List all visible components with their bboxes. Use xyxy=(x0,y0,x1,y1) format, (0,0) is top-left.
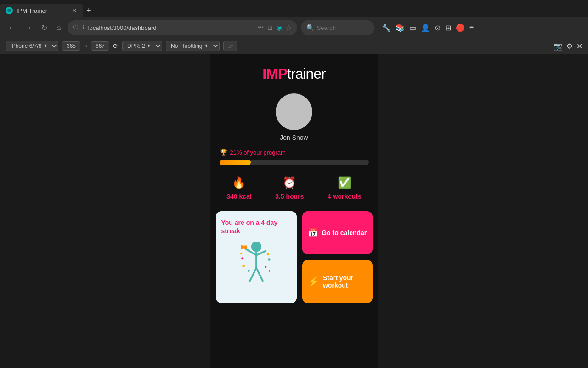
svg-text:✦: ✦ xyxy=(239,252,243,256)
width-input[interactable] xyxy=(62,41,80,51)
devtools-bar: iPhone 6/7/8 ✦ × ⟳ DPR: 2 ✦ No Throttlin… xyxy=(0,38,588,54)
height-input[interactable] xyxy=(91,41,109,51)
touch-button[interactable]: ☞ xyxy=(223,41,237,51)
grid-icon[interactable]: ⊞ xyxy=(445,23,451,32)
calendar-card[interactable]: 📅 Go to calendar xyxy=(302,211,373,254)
synced-icon[interactable]: ⊙ xyxy=(435,23,441,32)
library-icon[interactable]: 📚 xyxy=(396,23,405,32)
svg-point-0 xyxy=(7,9,11,12)
lightning-icon: ⚡ xyxy=(308,276,319,287)
device-select[interactable]: iPhone 6/7/8 ✦ xyxy=(6,41,58,51)
tools-icon[interactable]: 🔧 xyxy=(382,23,391,32)
celebration-figure: ✦ ✦ xyxy=(233,236,279,296)
progress-text: 21% of your program xyxy=(230,149,286,156)
logo: IMPtrainer xyxy=(262,65,326,82)
back-button[interactable]: ← xyxy=(6,22,18,34)
url-display: localhost:3000/dashboard xyxy=(88,24,254,31)
progress-section: 🏆 21% of your program xyxy=(210,149,378,176)
right-cards: 📅 Go to calendar ⚡ Start your workout xyxy=(302,211,373,303)
logo-trainer: trainer xyxy=(287,65,326,82)
svg-rect-11 xyxy=(247,270,249,272)
progress-bar-fill xyxy=(220,160,251,165)
workouts-stat: ✅ 4 workouts xyxy=(328,176,362,200)
username: Jon Snow xyxy=(280,134,308,141)
svg-line-7 xyxy=(250,268,256,281)
tab-title: IPM Trainer xyxy=(17,7,68,14)
logo-imp: IMP xyxy=(262,65,287,82)
app-container: IMPtrainer Jon Snow 🏆 21% of your progra… xyxy=(210,54,378,368)
search-input[interactable] xyxy=(317,24,363,31)
streak-card: You are on a 4 day streak ! xyxy=(216,211,297,303)
svg-point-14 xyxy=(268,258,271,261)
calendar-text: Go to calendar xyxy=(322,229,367,236)
svg-line-8 xyxy=(256,268,263,281)
devtools-right: 📷 ⚙ ✕ xyxy=(554,42,582,51)
account-icon[interactable]: 👤 xyxy=(421,23,430,32)
search-icon: 🔍 xyxy=(306,24,314,31)
cards-section: You are on a 4 day streak ! xyxy=(210,211,378,303)
extensions-icon[interactable]: 🔴 xyxy=(456,23,465,32)
svg-point-13 xyxy=(242,264,245,267)
streak-figure: ✦ ✦ xyxy=(221,235,292,296)
menu-icon[interactable]: ≡ xyxy=(469,23,474,32)
workout-text: Start your workout xyxy=(323,274,367,289)
svg-rect-10 xyxy=(267,253,270,255)
workouts-value: 4 workouts xyxy=(328,193,362,200)
progress-label: 🏆 21% of your program xyxy=(220,149,369,156)
fire-icon: 🔥 xyxy=(232,176,246,189)
active-tab[interactable]: IPM Trainer ✕ xyxy=(0,4,83,17)
settings-icon[interactable]: ⚙ xyxy=(566,42,573,51)
check-circle-icon: ✅ xyxy=(338,176,351,189)
forward-button[interactable]: → xyxy=(22,22,35,34)
progress-bar-background xyxy=(220,160,369,165)
svg-marker-4 xyxy=(241,245,243,250)
avatar xyxy=(276,93,312,130)
search-bar[interactable]: 🔍 xyxy=(301,20,374,35)
alarm-icon: ⏰ xyxy=(283,176,296,189)
svg-text:✦: ✦ xyxy=(268,269,271,273)
content-area: IMPtrainer Jon Snow 🏆 21% of your progra… xyxy=(0,54,588,368)
more-icon: ••• xyxy=(258,24,264,31)
tab-favicon xyxy=(6,7,13,14)
calories-value: 340 kcal xyxy=(226,193,252,200)
shield-icon: 🛡 xyxy=(73,24,79,31)
svg-rect-12 xyxy=(265,265,267,268)
dpr-select[interactable]: DPR: 2 ✦ xyxy=(122,41,162,51)
mobile-frame: IMPtrainer Jon Snow 🏆 21% of your progra… xyxy=(210,54,378,368)
throttle-select[interactable]: No Throttling ✦ xyxy=(166,41,220,51)
workout-card[interactable]: ⚡ Start your workout xyxy=(302,260,373,303)
nav-icons: 🔧 📚 ▭ 👤 ⊙ ⊞ 🔴 ≡ xyxy=(382,23,474,32)
pocket-icon: ⊡ xyxy=(267,24,273,31)
profile-section: Jon Snow xyxy=(210,90,378,149)
tab-bar: IPM Trainer ✕ + xyxy=(0,0,588,17)
hours-value: 3.5 hours xyxy=(275,193,304,200)
svg-rect-9 xyxy=(241,257,243,260)
address-bar[interactable]: 🛡 ℹ localhost:3000/dashboard ••• ⊡ ◉ ☆ xyxy=(68,20,297,35)
rotate-icon[interactable]: ⟳ xyxy=(113,42,119,50)
logo-section: IMPtrainer xyxy=(210,54,378,90)
star-icon: ☆ xyxy=(286,24,292,31)
calendar-icon: 📅 xyxy=(308,228,318,238)
svg-point-1 xyxy=(251,242,261,252)
tab-close-button[interactable]: ✕ xyxy=(72,7,77,14)
info-icon: ℹ xyxy=(82,24,85,31)
hours-stat: ⏰ 3.5 hours xyxy=(275,176,304,200)
browser-chrome: IPM Trainer ✕ + ← → ↻ ⌂ 🛡 ℹ localhost:30… xyxy=(0,0,588,54)
new-tab-button[interactable]: + xyxy=(86,6,91,16)
screenshot-icon[interactable]: 📷 xyxy=(554,42,563,51)
home-button[interactable]: ⌂ xyxy=(54,22,64,34)
trophy-icon: 🏆 xyxy=(220,149,227,156)
reload-button[interactable]: ↻ xyxy=(39,22,50,34)
nav-bar: ← → ↻ ⌂ 🛡 ℹ localhost:3000/dashboard •••… xyxy=(0,17,588,38)
calories-stat: 🔥 340 kcal xyxy=(226,176,252,200)
stats-section: 🔥 340 kcal ⏰ 3.5 hours ✅ 4 workouts xyxy=(210,176,378,211)
sidebar-icon[interactable]: ▭ xyxy=(409,23,416,32)
tracking-icon: ◉ xyxy=(277,24,282,31)
streak-text: You are on a 4 day streak ! xyxy=(221,218,292,235)
close-devtools-icon[interactable]: ✕ xyxy=(577,42,582,51)
dim-separator: × xyxy=(84,43,87,49)
svg-rect-5 xyxy=(243,245,247,248)
